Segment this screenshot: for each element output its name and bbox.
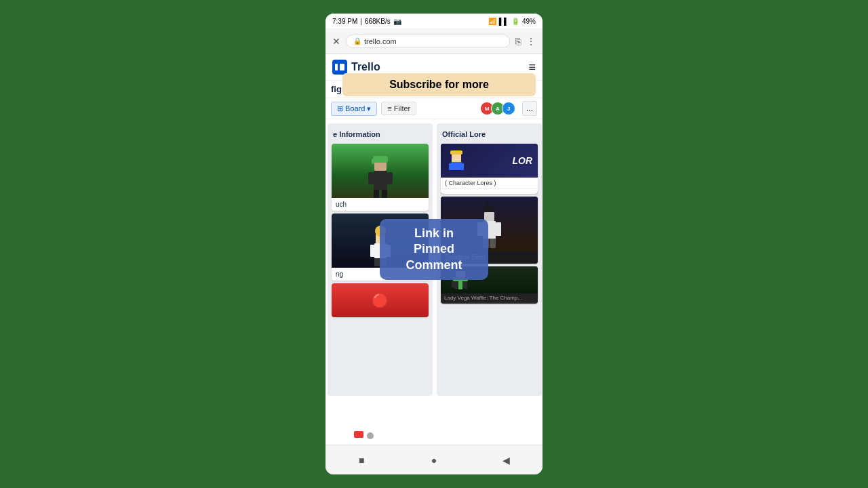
svg-rect-17 [451,162,462,170]
column-header-information: e Information [332,127,429,141]
content-area: Trello ≡ Subscribe for more fighting gam… [326,54,542,445]
svg-rect-20 [484,212,494,221]
phone-frame: 7:39 PM | 668KB/s 📷 📶 ▌▌ 🔋 49% ✕ 🔒 trell… [326,14,542,474]
bottom-navigation [326,445,542,474]
card-3[interactable]: 🔴 [332,283,429,317]
subscribe-text: Subscribe for more [389,79,489,90]
svg-rect-18 [449,163,452,170]
svg-rect-25 [490,239,496,248]
pinned-line2: Comment [393,258,475,273]
board-view-button[interactable]: ⊞ Board ▾ [331,102,377,116]
back-nav-button[interactable] [494,448,519,472]
svg-rect-23 [496,222,501,236]
browser-chrome: ✕ 🔒 trello.com ⎘ ⋮ [326,28,542,54]
column-header-lore: Official Lore [441,127,538,141]
avatar-3: J [502,102,515,115]
trello-logo-icon [332,60,347,75]
battery-level: 49% [522,18,536,25]
pinned-comment-overlay[interactable]: Link in Pinned Comment [380,219,488,280]
svg-rect-15 [452,154,461,162]
hamburger-menu-button[interactable]: ≡ [528,60,536,75]
share-button[interactable]: ⎘ [515,36,521,47]
square-nav-button[interactable] [349,448,374,472]
more-options-button[interactable]: ... [522,101,537,116]
more-button[interactable]: ⋮ [526,36,536,47]
trello-logo: Trello [332,60,380,75]
svg-rect-12 [374,258,380,266]
board-icon: ⊞ [337,104,343,113]
svg-rect-5 [387,172,393,184]
lore-card-label: ( Character Lores ) [441,178,538,188]
sim-icon: 📶 [488,18,496,25]
filter-icon: ≡ [387,104,391,113]
subscribe-overlay: Subscribe for more [342,73,536,96]
status-left: 7:39 PM | 668KB/s 📷 [332,18,401,25]
network-info: 668KB/s [365,18,391,25]
trello-logo-text: Trello [351,61,380,73]
signal-icon: ▌▌ [499,18,509,25]
status-right: 📶 ▌▌ 🔋 49% [488,18,536,25]
home-nav-button[interactable] [422,448,446,472]
url-text: trello.com [364,37,397,45]
svg-rect-16 [450,150,462,155]
svg-rect-29 [452,281,454,287]
browser-actions: ⎘ ⋮ [515,36,536,47]
svg-rect-7 [382,190,387,198]
svg-rect-4 [368,172,374,184]
svg-rect-2 [373,156,388,163]
lady-vega-label: Lady Vega Waffle: The Champ... [441,293,538,302]
card-1-body: uch [332,198,429,211]
time-display: 7:39 PM [332,18,357,25]
filter-label: Filter [394,104,410,113]
svg-marker-26 [482,202,494,212]
card-1-label: uch [336,201,425,208]
battery-icon: 🔋 [511,18,519,25]
svg-rect-31 [458,281,462,289]
toolbar: ⊞ Board ▾ ≡ Filter M A J ... [326,98,542,119]
camera-icon: 📷 [393,18,401,25]
browser-close-button[interactable]: ✕ [332,36,340,47]
gray-scroll-indicator [367,432,374,439]
pinned-line1: Link in Pinned [393,226,475,258]
lock-icon: 🔒 [353,37,361,45]
svg-rect-0 [374,171,387,190]
svg-rect-3 [372,159,374,164]
dropdown-icon: ▾ [367,104,371,113]
svg-rect-6 [374,190,379,198]
svg-rect-10 [370,245,374,257]
svg-rect-19 [460,163,464,170]
member-avatars: M A J [483,102,515,115]
status-bar: 7:39 PM | 668KB/s 📷 📶 ▌▌ 🔋 49% [326,14,542,28]
browser-url-bar[interactable]: 🔒 trello.com [346,35,510,48]
lore-card[interactable]: LOR ( Character Lores ) [441,144,538,194]
red-scroll-indicator [354,431,363,438]
filter-button[interactable]: ≡ Filter [381,102,416,115]
card-1[interactable]: uch [332,144,429,211]
network-speed: | [360,18,362,25]
board-label: Board [345,104,365,113]
